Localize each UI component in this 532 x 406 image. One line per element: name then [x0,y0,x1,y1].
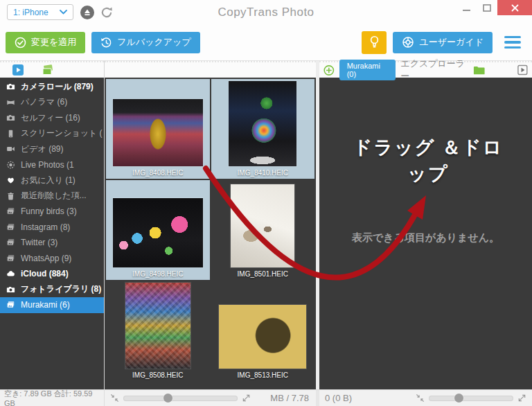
app-title: CopyTrans Photo [218,0,314,24]
sidebar-item-label: カメラロール (879) [21,81,94,93]
photo-filename: IMG_8408.HEIC [132,169,183,177]
photo-thumbnail [229,81,296,166]
sidebar-item-whatsapp[interactable]: WhatsApp (9) [0,251,104,267]
sidebar-item-screenshots[interactable]: スクリーンショット ( [0,126,104,142]
video-icon [6,145,16,153]
chevron-down-icon [60,10,67,15]
disk-status: 空き: 7.89 GB 合計: 59.59 GB [0,390,105,406]
play-device-icon[interactable] [12,64,24,76]
album-list: カメラロール (879) パノラマ (6) セルフィー (16) スクリーンショ… [0,78,104,389]
add-album-button[interactable] [323,64,335,76]
album-icon [6,238,16,247]
photo-grid-header [105,61,316,78]
cloud-icon [6,270,16,278]
folder-icon[interactable] [473,65,486,76]
photo-thumbnail [113,99,203,166]
collapse-thumbnails-icon[interactable] [110,394,119,403]
slider-thumb[interactable] [163,394,172,403]
main-area: カメラロール (879) パノラマ (6) セルフィー (16) スクリーンショ… [0,61,532,389]
album-icon [6,207,16,215]
close-button[interactable] [497,0,532,15]
toolbar: 変更を適用 フルバックアップ ユーザーガイド [0,24,532,61]
lightbulb-icon [369,35,380,49]
sidebar-item-favorites[interactable]: お気に入り (1) [0,173,104,188]
target-panel: Murakami (0) エクスプローラー ドラッグ ＆ドロップ 表示できる項目… [319,61,532,389]
grid-size-status: MB / 7.78 [270,393,310,403]
collapse-thumbnails-icon[interactable] [416,394,425,403]
thumbnail-size-slider[interactable] [123,396,238,401]
sidebar-item-label: Funny birds (3) [21,206,77,216]
photo-item[interactable]: IMG_8508.HEIC [106,281,210,381]
full-backup-button[interactable]: フルバックアップ [91,32,200,53]
sidebar-item-videos[interactable]: ビデオ (89) [0,141,104,157]
window-controls [456,0,532,15]
sidebar-item-recently-deleted[interactable]: 最近削除した項... [0,188,104,204]
live-photo-icon [6,161,16,169]
minimize-icon [463,4,470,12]
selection-status: 0 (0 B) [325,393,352,403]
close-icon [511,4,519,12]
photo-item[interactable]: IMG_8498.HEIC [106,180,210,280]
photo-thumbnail [125,283,190,369]
maximize-icon [483,4,491,12]
sidebar-item-panorama[interactable]: パノラマ (6) [0,95,104,111]
device-selector[interactable]: 1: iPhone [7,4,73,20]
sidebar-item-label: Live Photos (1 [21,160,74,170]
sidebar-item-live-photos[interactable]: Live Photos (1 [0,157,104,173]
sidebar-item-twitter[interactable]: Twitter (3) [0,235,104,251]
panorama-icon [6,98,16,107]
play-explorer-icon[interactable] [517,64,528,76]
menu-button[interactable] [504,36,521,49]
eject-device-button[interactable] [80,6,94,19]
disk-status-text: 空き: 7.89 GB 合計: 59.59 GB [4,389,104,406]
photos-stack-icon[interactable] [42,64,54,76]
status-bar: 空き: 7.89 GB 合計: 59.59 GB MB / 7.78 0 (0 … [0,389,532,406]
drop-zone[interactable]: ドラッグ ＆ドロップ 表示できる項目がありません。 [319,78,532,389]
sidebar-item-photo-library[interactable]: フォトライブラリ (8) [0,282,104,298]
photo-filename: IMG_8508.HEIC [132,371,183,379]
titlebar: 1: iPhone CopyTrans Photo [0,0,532,24]
camera-icon [6,285,16,294]
sidebar-item-label: セルフィー (16) [21,112,80,124]
photo-item[interactable]: IMG_8513.HEIC [211,281,315,381]
camera-icon [6,114,16,122]
sidebar-item-camera-roll[interactable]: カメラロール (879) [0,79,104,95]
apply-changes-button[interactable]: 変更を適用 [6,32,85,53]
tips-button[interactable] [362,31,387,54]
refresh-button[interactable] [100,6,113,19]
photo-thumbnail [231,184,294,267]
photo-item[interactable]: IMG_8408.HEIC [106,79,210,179]
empty-message: 表示できる項目がありません。 [319,231,532,245]
expand-thumbnails-icon[interactable] [242,394,251,403]
sidebar-item-instagram[interactable]: Instagram (8) [0,220,104,236]
drop-zone-title: ドラッグ ＆ドロップ [352,135,504,188]
sidebar-item-selfies[interactable]: セルフィー (16) [0,110,104,126]
sidebar-item-icloud[interactable]: iCloud (884) [0,266,104,282]
thumbnail-size-slider[interactable] [429,396,513,401]
album-icon [6,301,16,309]
user-guide-button[interactable]: ユーザーガイド [393,32,493,53]
target-status: 0 (0 B) [319,390,532,406]
photo-thumbnail [113,198,203,267]
user-guide-label: ユーザーガイド [419,36,484,48]
expand-thumbnails-icon[interactable] [517,394,526,403]
photo-filename: IMG_8513.HEIC [238,371,288,379]
camera-icon [6,82,16,91]
slider-thumb[interactable] [454,394,463,403]
eject-icon [83,8,91,17]
sidebar-item-label: 最近削除した項... [21,190,87,202]
sidebar-item-label: Instagram (8) [21,222,70,232]
sidebar-item-funny-birds[interactable]: Funny birds (3) [0,204,104,220]
photo-item[interactable]: IMG_8410.HEIC [211,79,315,179]
maximize-button[interactable] [477,0,497,15]
photo-item[interactable]: IMG_8501.HEIC [211,180,315,280]
sidebar-item-murakami[interactable]: Murakami (6) [0,297,104,313]
grid-status: MB / 7.78 [105,390,319,406]
sidebar-item-label: パノラマ (6) [21,96,67,108]
photo-filename: IMG_8501.HEIC [238,270,288,278]
heart-icon [6,176,16,184]
photo-filename: IMG_8498.HEIC [132,270,183,278]
minimize-button[interactable] [456,0,477,15]
album-icon [6,254,16,263]
sidebar-item-label: WhatsApp (9) [21,254,71,263]
